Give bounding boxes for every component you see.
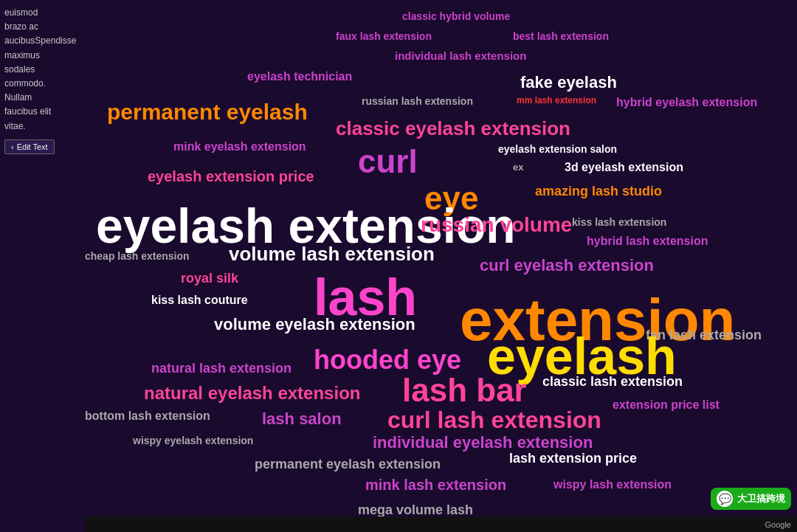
word-21[interactable]: kiss lash extension <box>572 217 666 228</box>
word-7[interactable]: permanent eyelash <box>107 100 308 124</box>
word-33[interactable]: hooded eye <box>314 345 461 375</box>
sidebar-item-euismod: euismod <box>4 6 80 20</box>
word-2[interactable]: best lash extension <box>513 31 609 42</box>
word-12[interactable]: curl <box>358 144 418 179</box>
word-43[interactable]: individual eyelash extension <box>373 434 593 452</box>
word-24[interactable]: volume lash extension <box>229 243 435 265</box>
word-18[interactable]: amazing lash studio <box>535 184 662 199</box>
word-15[interactable]: ex <box>513 162 523 173</box>
word-34[interactable]: classic lash extension <box>542 375 683 390</box>
word-36[interactable]: natural eyelash extension <box>144 384 360 403</box>
wechat-badge[interactable]: 💬 大卫搞跨境 <box>711 488 791 510</box>
word-10[interactable]: classic eyelash extension <box>336 118 570 139</box>
word-23[interactable]: cheap lash extension <box>85 251 190 262</box>
sidebar-item-brazo: brazo ac <box>4 20 80 34</box>
word-46[interactable]: wispy lash extension <box>553 478 672 491</box>
word-8[interactable]: russian lash extension <box>362 96 473 107</box>
sidebar: euismod brazo ac aucibusSpendisse maximu… <box>0 0 85 532</box>
sidebar-item-maximus: maximus <box>4 49 80 63</box>
word-40[interactable]: lash salon <box>262 410 342 428</box>
google-logo: Google <box>765 520 791 529</box>
word-20[interactable]: russian volume <box>421 214 572 237</box>
wechat-icon: 💬 <box>717 491 733 507</box>
bottom-bar: Google <box>0 517 797 532</box>
word-3[interactable]: individual lash extension <box>395 50 526 63</box>
word-11[interactable]: mink eyelash extension <box>173 140 306 153</box>
edit-text-button[interactable]: Edit Text <box>4 139 55 154</box>
word-6[interactable]: hybrid eyelash extension <box>616 96 757 109</box>
word-25[interactable]: curl eyelash extension <box>480 257 654 274</box>
word-35[interactable]: natural lash extension <box>151 362 291 376</box>
word-5[interactable]: fake eyelash <box>520 74 617 91</box>
word-26[interactable]: royal silk <box>181 272 238 286</box>
word-0[interactable]: classic hybrid volume <box>402 11 510 22</box>
sidebar-item-aucibus: aucibusSpendisse <box>4 34 80 48</box>
word-22[interactable]: hybrid lash extension <box>587 235 708 248</box>
word-37[interactable]: lash bar <box>402 373 527 408</box>
sidebar-item-vitae: vitae. <box>4 120 80 134</box>
word-29[interactable]: kiss lash couture <box>151 294 248 307</box>
word-42[interactable]: wispy eyelash extension <box>133 435 253 446</box>
word-9[interactable]: mm lash extension <box>517 96 596 106</box>
word-14[interactable]: eyelash extension price <box>148 168 314 184</box>
word-45[interactable]: permanent eyelash extension <box>255 457 441 472</box>
word-47[interactable]: mink lash extension <box>365 477 506 493</box>
word-41[interactable]: curl lash extension <box>387 407 601 433</box>
word-39[interactable]: bottom lash extension <box>85 410 210 423</box>
word-30[interactable]: volume eyelash extension <box>214 316 415 334</box>
word-1[interactable]: faux lash extension <box>336 31 432 42</box>
sidebar-item-nullam: Nullam <box>4 91 80 105</box>
word-38[interactable]: extension price list <box>613 398 720 412</box>
sidebar-item-sodales: sodales <box>4 63 80 77</box>
word-cloud: classic hybrid volumefaux lash extension… <box>85 0 790 517</box>
sidebar-item-commodo: commodo. <box>4 77 80 91</box>
word-44[interactable]: lash extension price <box>509 452 637 466</box>
sidebar-item-faucibus: faucibus elit <box>4 105 80 119</box>
word-13[interactable]: eyelash extension salon <box>498 144 617 155</box>
word-4[interactable]: eyelash technician <box>247 70 352 83</box>
wechat-label: 大卫搞跨境 <box>737 492 785 505</box>
word-16[interactable]: 3d eyelash extension <box>565 161 683 174</box>
word-48[interactable]: mega volume lash <box>358 503 473 517</box>
